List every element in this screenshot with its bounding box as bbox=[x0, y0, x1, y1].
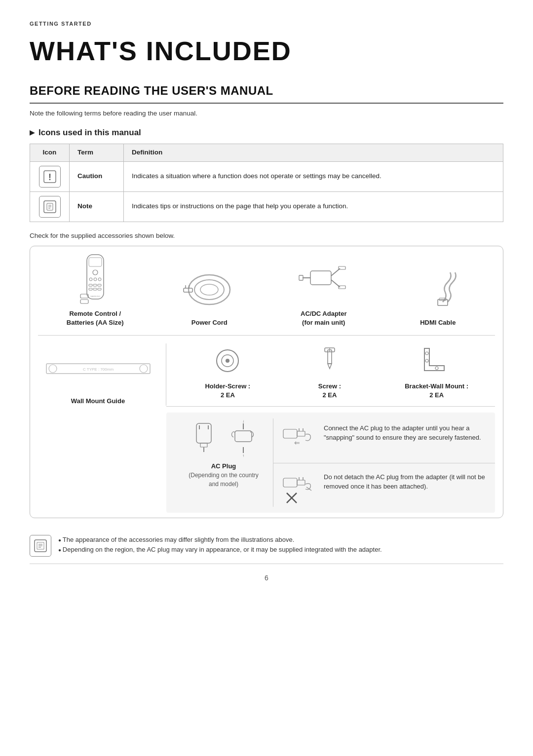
accessories-box: SAMSUNG Remote Control / Batteries (AA S… bbox=[30, 246, 503, 518]
adapter-label2: (for main unit) bbox=[302, 318, 345, 327]
svg-rect-63 bbox=[283, 478, 297, 487]
table-header-term: Term bbox=[70, 144, 124, 161]
accessory-item-adapter: AC/DC Adapter (for main unit) bbox=[279, 256, 368, 327]
table-header-definition: Definition bbox=[124, 144, 503, 161]
bracket-label: Bracket-Wall Mount : bbox=[405, 382, 468, 391]
accessories-bottom-row: C TYPE : 700mm Wall Mount Guide bbox=[38, 343, 495, 512]
svg-point-10 bbox=[94, 278, 97, 281]
ac-instruction-text-2: Do not detach the AC plug from the adapt… bbox=[318, 467, 495, 496]
svg-rect-6 bbox=[87, 255, 104, 299]
ac-plug-label: AC Plug bbox=[211, 462, 236, 471]
note-icon-bottom bbox=[30, 535, 51, 557]
svg-text:C TYPE : 700mm: C TYPE : 700mm bbox=[82, 367, 113, 372]
remote-control-image: SAMSUNG bbox=[78, 256, 113, 305]
table-header-icon: Icon bbox=[30, 144, 70, 161]
accessory-item-power-cord: Power Cord bbox=[165, 265, 254, 327]
note-box: The appearance of the accessories may di… bbox=[30, 528, 503, 564]
ac-plug-sublabel2: and model) bbox=[209, 480, 238, 489]
svg-point-47 bbox=[425, 352, 428, 355]
ac-instruction-img-1: ⇐ bbox=[273, 418, 318, 458]
intro-text: Note the following terms before reading … bbox=[30, 109, 503, 118]
bottom-right-section: Holder-Screw : 2 EA bbox=[166, 343, 495, 512]
note-definition: Indicates tips or instructions on the pa… bbox=[124, 191, 503, 222]
svg-rect-27 bbox=[310, 271, 331, 285]
page-number: 6 bbox=[30, 573, 503, 583]
power-cord-label: Power Cord bbox=[191, 318, 228, 327]
svg-point-42 bbox=[226, 359, 229, 363]
svg-text:↑: ↑ bbox=[242, 454, 244, 458]
svg-rect-58 bbox=[283, 429, 297, 438]
svg-rect-16 bbox=[93, 288, 97, 290]
svg-rect-12 bbox=[89, 284, 92, 286]
svg-rect-7 bbox=[89, 258, 102, 266]
bracket-count: 2 EA bbox=[429, 391, 444, 400]
accessories-label: Check for the supplied accessories shown… bbox=[30, 231, 503, 241]
ac-instruction-text-1: Connect the AC plug to the adapter until… bbox=[318, 418, 495, 448]
svg-rect-51 bbox=[200, 443, 207, 447]
ac-plug-section: ↓ ↑ AC Plug (Depending on the country an… bbox=[166, 413, 495, 513]
svg-point-23 bbox=[200, 284, 218, 295]
svg-rect-14 bbox=[98, 284, 101, 286]
note-icon-cell bbox=[30, 191, 70, 222]
wall-mount-label: Wall Mount Guide bbox=[71, 397, 125, 406]
ac-plug-left: ↓ ↑ AC Plug (Depending on the country an… bbox=[174, 418, 273, 489]
svg-marker-46 bbox=[328, 364, 332, 369]
svg-rect-17 bbox=[98, 288, 101, 290]
svg-rect-29 bbox=[299, 275, 303, 280]
svg-rect-64 bbox=[297, 480, 305, 485]
ac-plug-image bbox=[187, 418, 221, 458]
caution-icon-cell: ! bbox=[30, 161, 70, 191]
svg-text:↓: ↓ bbox=[242, 419, 244, 423]
note-content: The appearance of the accessories may di… bbox=[58, 535, 382, 556]
hdmi-label: HDMI Cable bbox=[420, 318, 456, 327]
wall-mount-guide-image: C TYPE : 700mm bbox=[44, 343, 152, 393]
adapter-image bbox=[297, 256, 351, 305]
note-term: Note bbox=[70, 191, 124, 222]
accessory-item-screw: Screw : 2 EA bbox=[300, 343, 359, 400]
svg-point-48 bbox=[425, 359, 428, 362]
accessory-item-remote: SAMSUNG Remote Control / Batteries (AA S… bbox=[51, 256, 140, 327]
main-title: WHAT'S INCLUDED bbox=[30, 31, 503, 71]
table-row: Note Indicates tips or instructions on t… bbox=[30, 191, 503, 222]
svg-rect-50 bbox=[196, 423, 211, 443]
ac-plug-sublabel: (Depending on the country bbox=[189, 471, 258, 480]
accessory-item-bracket: Bracket-Wall Mount : 2 EA bbox=[397, 343, 476, 400]
caution-definition: Indicates a situation where a function d… bbox=[124, 161, 503, 191]
bottom-left-section: C TYPE : 700mm Wall Mount Guide bbox=[38, 343, 166, 406]
ac-instruction-img-2 bbox=[273, 467, 318, 507]
svg-point-38 bbox=[140, 365, 148, 373]
note-item-2: Depending on the region, the AC plug may… bbox=[58, 545, 382, 555]
svg-point-8 bbox=[93, 270, 98, 275]
holder-screw-label: Holder-Screw : bbox=[205, 382, 250, 391]
section-label: GETTING STARTED bbox=[30, 20, 503, 28]
svg-point-11 bbox=[98, 278, 101, 281]
svg-text:⇐: ⇐ bbox=[294, 439, 300, 447]
accessory-item-holder-screw: Holder-Screw : 2 EA bbox=[193, 343, 262, 400]
table-row: ! Caution Indicates a situation where a … bbox=[30, 161, 503, 191]
icons-heading: Icons used in this manual bbox=[30, 126, 503, 139]
sub-title: BEFORE READING THE USER'S MANUAL bbox=[30, 82, 503, 104]
svg-point-22 bbox=[194, 280, 224, 300]
svg-rect-55 bbox=[235, 431, 252, 442]
svg-rect-59 bbox=[297, 431, 305, 436]
screw-image bbox=[315, 343, 344, 378]
bracket-image bbox=[417, 343, 457, 378]
icons-table: Icon Term Definition ! Caution Indicates… bbox=[30, 144, 503, 222]
svg-point-37 bbox=[49, 365, 57, 373]
caution-term: Caution bbox=[70, 161, 124, 191]
svg-text:!: ! bbox=[48, 172, 51, 182]
note-icon bbox=[39, 196, 61, 218]
hdmi-image bbox=[411, 265, 465, 314]
svg-point-9 bbox=[89, 278, 92, 281]
screw-count: 2 EA bbox=[323, 391, 337, 400]
accessory-item-hdmi: HDMI Cable bbox=[393, 265, 482, 327]
power-cord-image bbox=[182, 265, 236, 314]
accessories-top-row: SAMSUNG Remote Control / Batteries (AA S… bbox=[38, 256, 495, 336]
holder-screw-count: 2 EA bbox=[221, 391, 235, 400]
remote-label2: Batteries (AA Size) bbox=[67, 318, 124, 327]
ac-instructions: ⇐ Connect the AC plug to the adapter unt… bbox=[273, 418, 495, 507]
small-items-row: Holder-Screw : 2 EA bbox=[166, 343, 495, 406]
caution-icon: ! bbox=[39, 166, 61, 188]
ac-snap-image: ↓ ↑ bbox=[226, 418, 261, 458]
remote-label: Remote Control / bbox=[69, 309, 121, 318]
